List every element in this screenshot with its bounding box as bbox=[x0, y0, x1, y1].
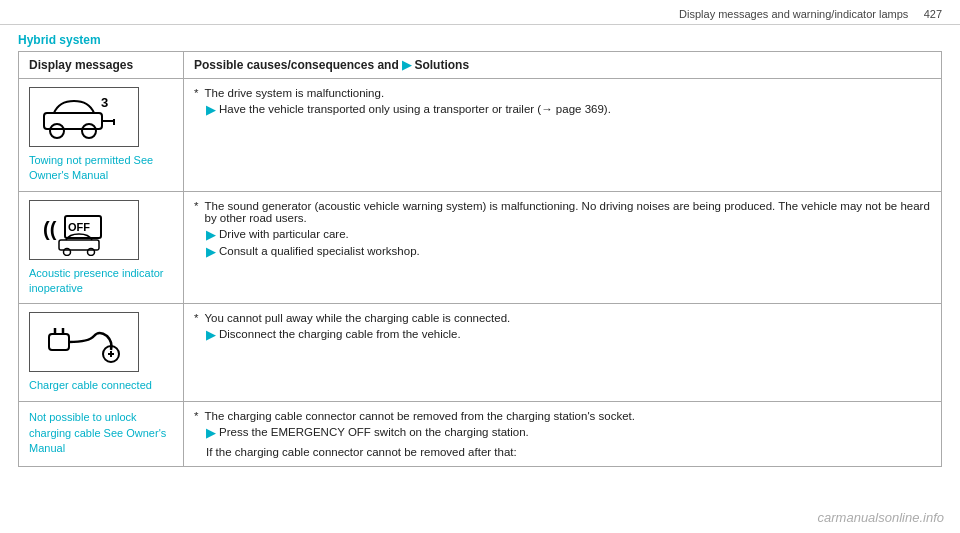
col1-header: Display messages bbox=[19, 52, 184, 79]
additional-text: If the charging cable connector cannot b… bbox=[206, 446, 931, 458]
cause-item: * The sound generator (acoustic vehicle … bbox=[194, 200, 931, 224]
solution-item-2: ▶ Consult a qualified specialist worksho… bbox=[206, 245, 931, 259]
solution-item: ▶ Drive with particular care. bbox=[206, 228, 931, 242]
causes-cell-acoustic: * The sound generator (acoustic vehicle … bbox=[184, 191, 942, 304]
svg-text:OFF: OFF bbox=[68, 221, 90, 233]
svg-text:3: 3 bbox=[101, 95, 108, 110]
towing-icon-box: 3 bbox=[29, 87, 139, 147]
table-row: Charger cable connected * You cannot pul… bbox=[19, 304, 942, 402]
table-row: (( OFF Acoustic presence indicator inope… bbox=[19, 191, 942, 304]
svg-text:((: (( bbox=[43, 218, 57, 240]
main-table: Display messages Possible causes/consequ… bbox=[18, 51, 942, 467]
display-cell-charger: Charger cable connected bbox=[19, 304, 184, 402]
display-cell-towing: 3 Towing not permitted See Owner's Manua… bbox=[19, 79, 184, 192]
section-title: Hybrid system bbox=[0, 25, 960, 51]
svg-point-1 bbox=[82, 124, 96, 138]
header-text: Display messages and warning/indicator l… bbox=[679, 8, 908, 20]
causes-cell-unlock: * The charging cable connector cannot be… bbox=[184, 402, 942, 467]
solution-item: ▶ Disconnect the charging cable from the… bbox=[206, 328, 931, 342]
causes-cell-charger: * You cannot pull away while the chargin… bbox=[184, 304, 942, 402]
table-row: Not possible to unlock charging cable Se… bbox=[19, 402, 942, 467]
charger-svg bbox=[39, 316, 129, 368]
charger-label: Charger cable connected bbox=[29, 378, 173, 393]
svg-point-2 bbox=[50, 124, 64, 138]
cause-item: * The drive system is malfunctioning. bbox=[194, 87, 931, 99]
display-cell-acoustic: (( OFF Acoustic presence indicator inope… bbox=[19, 191, 184, 304]
col2-header-arrow: ▶ bbox=[402, 58, 414, 72]
solution-item: ▶ Have the vehicle transported only usin… bbox=[206, 103, 931, 117]
col2-header: Possible causes/consequences and ▶ Solut… bbox=[184, 52, 942, 79]
acoustic-svg: (( OFF bbox=[39, 204, 129, 256]
unlock-label: Not possible to unlock charging cable Se… bbox=[29, 410, 173, 456]
cause-item: * You cannot pull away while the chargin… bbox=[194, 312, 931, 324]
watermark: carmanualsonline.info bbox=[818, 510, 944, 525]
display-cell-unlock: Not possible to unlock charging cable Se… bbox=[19, 402, 184, 467]
acoustic-label: Acoustic presence indicator inoperative bbox=[29, 266, 173, 296]
acoustic-icon-box: (( OFF bbox=[29, 200, 139, 260]
table-row: 3 Towing not permitted See Owner's Manua… bbox=[19, 79, 942, 192]
svg-rect-12 bbox=[49, 334, 69, 350]
causes-cell-towing: * The drive system is malfunctioning. ▶ … bbox=[184, 79, 942, 192]
charger-icon-box bbox=[29, 312, 139, 372]
page-header: Display messages and warning/indicator l… bbox=[0, 0, 960, 25]
solution-item: ▶ Press the EMERGENCY OFF switch on the … bbox=[206, 426, 931, 440]
towing-label: Towing not permitted See Owner's Manual bbox=[29, 153, 173, 183]
towing-svg: 3 bbox=[39, 91, 129, 143]
cause-item: * The charging cable connector cannot be… bbox=[194, 410, 931, 422]
page-number: 427 bbox=[924, 8, 942, 20]
